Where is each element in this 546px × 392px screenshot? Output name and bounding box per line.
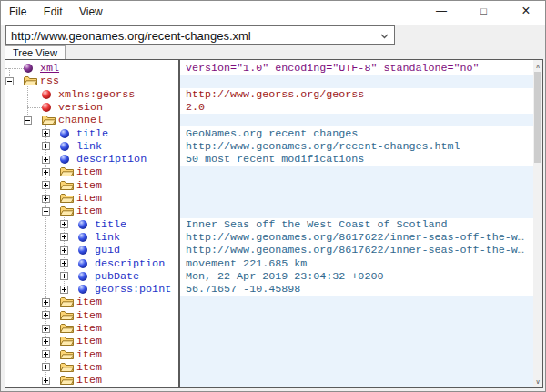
expand-icon[interactable] xyxy=(42,363,50,371)
window-controls: — □ × xyxy=(422,1,545,25)
value-row-empty xyxy=(180,166,533,178)
tree-node-guid[interactable]: guid xyxy=(5,244,178,256)
folder-icon xyxy=(60,310,74,321)
tree-node-item[interactable]: item xyxy=(5,335,178,347)
expand-icon[interactable] xyxy=(60,259,68,267)
expand-icon[interactable] xyxy=(60,272,68,280)
expand-icon[interactable] xyxy=(42,181,50,189)
folder-icon xyxy=(60,206,74,216)
tree-node-label: version xyxy=(58,101,103,114)
tab-tree-view[interactable]: Tree View xyxy=(5,45,66,59)
expand-icon[interactable] xyxy=(60,233,68,241)
tree-node-link[interactable]: link xyxy=(5,140,178,153)
tree-node-title[interactable]: title xyxy=(5,127,178,140)
folder-icon xyxy=(60,323,74,334)
tree-node-item[interactable]: item xyxy=(5,309,178,322)
folder-icon xyxy=(60,349,74,360)
value-row: http://www.geonames.org/8617622/inner-se… xyxy=(180,231,533,244)
value-row-empty xyxy=(180,309,533,322)
folder-icon xyxy=(60,166,74,177)
purple-ball-icon xyxy=(24,64,33,73)
chevron-down-icon[interactable] xyxy=(374,26,394,44)
collapse-icon[interactable] xyxy=(42,207,50,216)
tree-node-item[interactable]: item xyxy=(5,374,178,387)
value-row: http://www.geonames.org/recent-changes.h… xyxy=(180,140,533,153)
expand-icon[interactable] xyxy=(42,129,50,137)
scroll-up-icon[interactable]: ∧ xyxy=(533,60,542,72)
value-row: version="1.0" encoding="UTF-8" standalon… xyxy=(180,62,533,75)
tree-node-item[interactable]: item xyxy=(5,192,178,205)
tree-node-label: item xyxy=(76,205,102,217)
tree-node-label: item xyxy=(76,335,102,347)
scroll-down-icon[interactable]: ∨ xyxy=(533,376,542,387)
folder-icon xyxy=(60,193,74,204)
menu-view[interactable]: View xyxy=(73,1,109,18)
tree-node-label: item xyxy=(76,179,102,192)
tree-node-label: item xyxy=(76,192,102,205)
expand-icon[interactable] xyxy=(42,156,50,164)
folder-icon xyxy=(42,115,56,126)
expand-icon[interactable] xyxy=(42,168,50,176)
main-content: xmlrssxmlns:georssversionchanneltitlelin… xyxy=(5,59,543,388)
folder-icon xyxy=(60,336,74,347)
url-input[interactable] xyxy=(6,26,374,44)
tree-node-xmlns:georss[interactable]: xmlns:georss xyxy=(5,88,178,101)
tree-node-label: title xyxy=(95,218,126,231)
tree-node-item[interactable]: item xyxy=(5,348,178,361)
collapse-icon[interactable] xyxy=(24,116,32,125)
tree-node-item[interactable]: item xyxy=(5,166,178,178)
tab-strip: Tree View xyxy=(1,46,545,59)
tree-node-channel[interactable]: channel xyxy=(5,114,178,126)
tree-node-item[interactable]: item xyxy=(5,361,178,374)
value-row-empty xyxy=(180,179,533,192)
value-row-empty xyxy=(180,296,533,308)
scrollbar-thumb[interactable] xyxy=(534,72,541,163)
tree-node-item[interactable]: item xyxy=(5,205,178,217)
menu-bar: File Edit View — □ × xyxy=(1,1,545,25)
tree-node-title[interactable]: title xyxy=(5,218,178,231)
url-combobox[interactable] xyxy=(5,25,395,45)
expand-icon[interactable] xyxy=(42,325,50,333)
tree-node-rss[interactable]: rss xyxy=(5,75,178,87)
tree-node-label: description xyxy=(76,153,147,166)
collapse-icon[interactable] xyxy=(5,77,14,85)
tree-guide xyxy=(27,95,42,95)
blue-ball-icon xyxy=(78,272,87,281)
tree-node-label: channel xyxy=(58,114,103,126)
menu-file[interactable]: File xyxy=(3,1,33,18)
tree-node-item[interactable]: item xyxy=(5,296,178,308)
expand-icon[interactable] xyxy=(60,286,68,294)
expand-icon[interactable] xyxy=(42,337,50,346)
tree-node-description[interactable]: description xyxy=(5,257,178,270)
tree-node-label: item xyxy=(76,296,102,308)
value-row: 50 most recent modifications xyxy=(180,153,533,166)
tree-guide xyxy=(27,107,42,108)
expand-icon[interactable] xyxy=(42,311,50,319)
expand-icon[interactable] xyxy=(42,298,50,307)
tree-node-pubDate[interactable]: pubDate xyxy=(5,270,178,283)
maximize-icon[interactable]: □ xyxy=(465,1,503,23)
blue-ball-icon xyxy=(78,285,87,294)
expand-icon[interactable] xyxy=(42,377,50,385)
menu-edit[interactable]: Edit xyxy=(37,1,69,18)
expand-icon[interactable] xyxy=(60,246,68,255)
tree-node-link[interactable]: link xyxy=(5,231,178,244)
tree-node-xml[interactable]: xml xyxy=(5,62,178,75)
close-icon[interactable]: × xyxy=(507,1,545,23)
tree-node-item[interactable]: item xyxy=(5,179,178,192)
tree-node-version[interactable]: version xyxy=(5,101,178,114)
tree-node-label: rss xyxy=(40,75,59,87)
vertical-scrollbar[interactable]: ∧ ∨ xyxy=(533,60,542,387)
tree-node-item[interactable]: item xyxy=(5,322,178,335)
expand-icon[interactable] xyxy=(42,350,50,358)
minimize-icon[interactable]: — xyxy=(422,1,460,23)
value-row-empty xyxy=(180,205,533,217)
tree-node-georss:point[interactable]: georss:point xyxy=(5,283,178,296)
expand-icon[interactable] xyxy=(42,195,50,203)
tree-node-label: georss:point xyxy=(95,283,171,296)
expand-icon[interactable] xyxy=(60,220,68,228)
value-row-empty xyxy=(180,322,533,335)
tree-node-description[interactable]: description xyxy=(5,153,178,166)
expand-icon[interactable] xyxy=(42,142,50,150)
tree-node-label: title xyxy=(76,127,108,140)
